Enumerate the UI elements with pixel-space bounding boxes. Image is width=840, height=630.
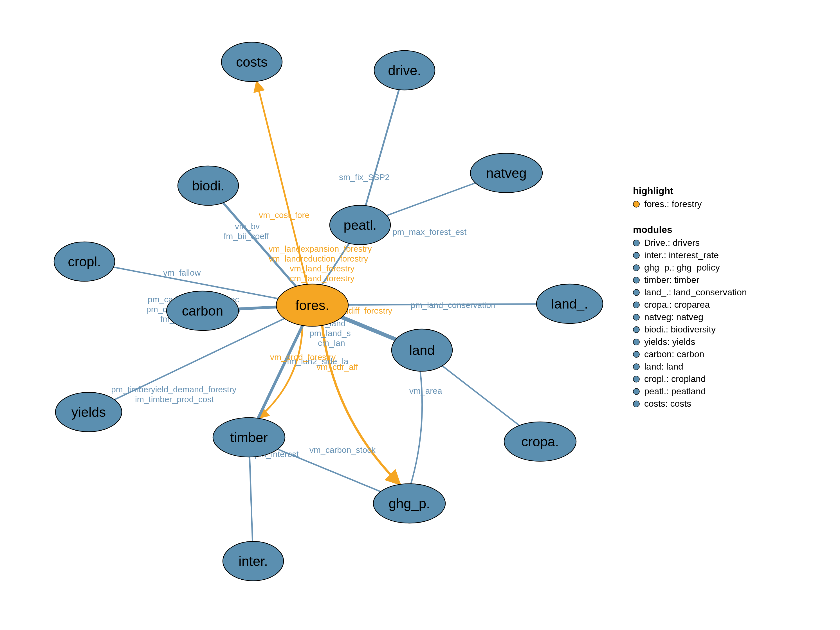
legend-dot-blue-icon (633, 289, 639, 295)
legend-module-item: peatl.: peatland (644, 386, 706, 396)
node-yields: yields (55, 392, 122, 432)
node-label: land_. (551, 297, 588, 311)
legend-dot-blue-icon (633, 388, 639, 395)
legend-dot-orange-icon (633, 201, 639, 207)
node-peatl: peatl. (330, 205, 390, 245)
node-label: land (409, 343, 435, 358)
node-label: biodi. (192, 178, 224, 193)
node-label: inter. (238, 554, 268, 569)
edge-label: vm_cdr_aff (316, 362, 358, 371)
legend-dot-blue-icon (633, 327, 639, 333)
legend-module-item: costs: costs (644, 398, 691, 409)
legend-module-item: inter.: interest_rate (644, 250, 719, 260)
nodes-layer: costsdrive.biodi.natvegpeatl.cropl.carbo… (54, 42, 603, 581)
node-label: cropl. (68, 254, 101, 269)
legend-module-item: carbon: carbon (644, 349, 704, 359)
legend-module-item: land: land (644, 362, 683, 371)
node-ghgp: ghg_p. (373, 484, 445, 523)
node-inter: inter. (223, 542, 284, 581)
legend-dot-blue-icon (633, 302, 639, 308)
edge-natveg-peatl (387, 183, 475, 216)
edge-label: sm_fix_SSP2 (339, 172, 390, 182)
node-label: yields (71, 405, 106, 420)
edge-label: pm_land_s (309, 328, 351, 338)
node-label: timber (230, 430, 267, 445)
legend-module-item: Drive.: drivers (644, 238, 699, 248)
legend-module-item: natveg: natveg (644, 312, 703, 322)
legend: highlightfores.: forestrymodulesDrive.: … (633, 185, 747, 409)
legend-module-item: ghg_p.: ghg_policy (644, 262, 720, 273)
node-land: land (392, 329, 452, 371)
legend-dot-blue-icon (633, 339, 639, 345)
node-label: ghg_p. (389, 496, 430, 511)
legend-modules-title: modules (633, 224, 672, 235)
legend-module-item: cropa.: croparea (644, 300, 710, 309)
node-cropa: cropa. (504, 422, 576, 461)
legend-module-item: land_.: land_conservation (644, 287, 747, 297)
edge-label: pm_max_forest_est (392, 227, 467, 237)
node-label: drive. (388, 63, 421, 78)
legend-dot-blue-icon (633, 314, 639, 321)
edge-label: vm_fallow (163, 268, 201, 277)
node-label: carbon (182, 303, 223, 318)
legend-highlight-item: fores.: forestry (644, 199, 702, 209)
legend-dot-blue-icon (633, 364, 639, 370)
legend-dot-blue-icon (633, 351, 639, 357)
legend-dot-blue-icon (633, 240, 639, 246)
edge-cropa-land (442, 366, 519, 426)
edge-label: vm_landexpansion_forestry (268, 244, 372, 253)
legend-dot-blue-icon (633, 277, 639, 283)
node-drive: drive. (374, 51, 435, 90)
node-fores: fores. (276, 284, 348, 326)
legend-highlight-title: highlight (633, 185, 673, 196)
node-timber: timber (213, 418, 285, 457)
node-land_: land_. (537, 284, 603, 324)
node-label: costs (236, 55, 267, 69)
node-label: peatl. (344, 218, 376, 232)
edge-label: cm_land_forestry (290, 274, 354, 283)
legend-dot-blue-icon (633, 401, 639, 407)
node-costs: costs (221, 42, 282, 82)
edge-label: vm_cost_fore (259, 210, 309, 219)
edge-carbon-fores (238, 307, 276, 309)
edge-label: vm_prod_forestry (270, 352, 336, 362)
edge-label: vm_bv (235, 222, 260, 231)
edge-timber-fores (258, 325, 302, 418)
legend-dot-blue-icon (633, 265, 639, 271)
legend-dot-blue-icon (633, 376, 639, 382)
edge-label: im_timber_prod_cost (135, 395, 214, 404)
edge-inter-timber (249, 457, 252, 542)
legend-module-item: timber: timber (644, 275, 699, 285)
legend-module-item: yields: yields (644, 337, 695, 347)
edge-label: vm_land_forestry (290, 264, 354, 273)
edge-label: vm_area (409, 386, 442, 395)
edge-label: vm_carbon_stock (309, 445, 376, 455)
legend-dot-blue-icon (633, 252, 639, 259)
legend-module-item: cropl.: cropland (644, 374, 706, 384)
node-natveg: natveg (471, 153, 542, 193)
legend-module-item: biodi.: biodiversity (644, 324, 716, 335)
node-carbon: carbon (167, 291, 238, 330)
node-label: fores. (295, 298, 329, 313)
node-cropl: cropl. (54, 242, 115, 281)
edge-drive-peatl (366, 90, 399, 205)
node-label: natveg (486, 166, 527, 180)
edge-label: fm_bii_coeff (224, 232, 269, 241)
edge-label: pm_timberyield_demand_forestry (111, 385, 236, 394)
edge-label: cm_lan (318, 338, 345, 347)
edge-label: pm_land_conservation (411, 300, 496, 309)
node-label: cropa. (521, 434, 559, 449)
edge-label: vm_landreduction_forestry (268, 254, 368, 263)
module-network-diagram: sm_fix_SSP2pm_max_forest_estvm_bvfm_bii_… (0, 0, 840, 630)
edge-fores-ghgp (322, 325, 400, 484)
node-biodi: biodi. (178, 166, 238, 205)
